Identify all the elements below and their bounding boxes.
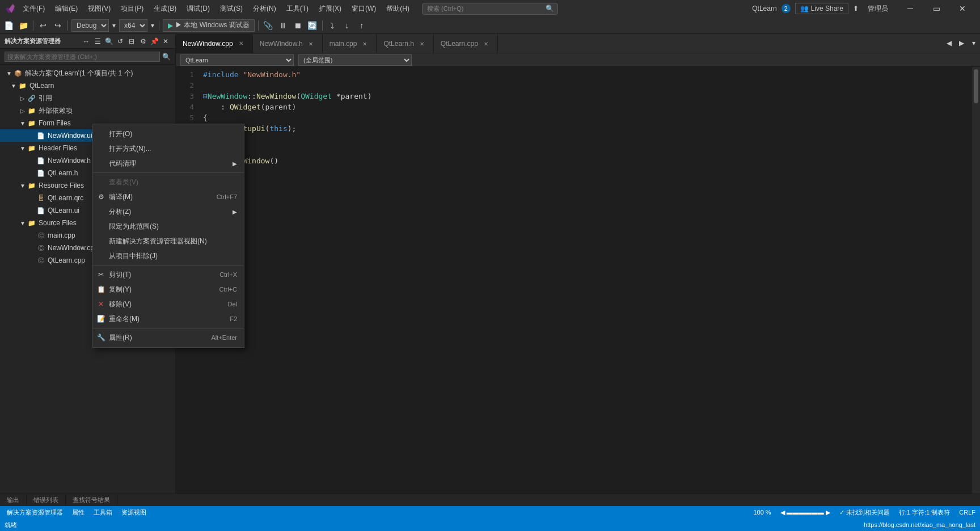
external-icon: 📁 xyxy=(27,107,36,115)
bottom-tab-output[interactable]: 输出 xyxy=(0,494,27,507)
sidebar-search-bar: 🔍 xyxy=(0,49,175,65)
tab-close-newwindowcpp[interactable]: ✕ xyxy=(236,39,246,48)
menu-project[interactable]: 项目(P) xyxy=(116,3,148,15)
cm-compile[interactable]: ⚙ 编译(M) Ctrl+F7 xyxy=(93,189,244,204)
class-dropdown[interactable]: QtLearn xyxy=(180,54,294,66)
menu-window[interactable]: 窗口(W) xyxy=(347,3,381,15)
tab-close-newwindowh[interactable]: ✕ xyxy=(306,39,315,48)
step-into-btn[interactable]: ↓ xyxy=(341,19,353,32)
cm-properties[interactable]: 🔧 属性(R) Alt+Enter xyxy=(93,330,244,345)
status-solution-explorer[interactable]: 解决方案资源管理器 xyxy=(5,508,65,517)
tab-scroll-right[interactable]: ▶ xyxy=(955,34,968,53)
cm-exclude[interactable]: 从项目中排除(J) xyxy=(93,248,244,263)
tab-close-maincpp[interactable]: ✕ xyxy=(360,39,369,48)
cm-copy[interactable]: 📋 复制(Y) Ctrl+C xyxy=(93,282,244,297)
stop-btn[interactable]: ⏹ xyxy=(292,19,304,32)
minimize-button[interactable]: ─ xyxy=(897,0,923,17)
tab-close-qtlearncpp[interactable]: ✕ xyxy=(481,39,491,48)
menu-tools[interactable]: 工具(T) xyxy=(282,3,313,15)
bottom-tab-findsymbol[interactable]: 查找符号结果 xyxy=(66,494,117,507)
sidebar-collapse-icon[interactable]: ⊟ xyxy=(126,36,137,47)
sidebar-item-project[interactable]: ▼ 📁 QtLearn xyxy=(0,79,175,92)
code-editor[interactable]: #include "NewWindow.h" ⊟NewWindow::NewWi… xyxy=(198,67,972,505)
solution-label: 解决方案'QtLearn'(1 个项目/共 1 个) xyxy=(25,69,133,78)
redo-btn[interactable]: ↪ xyxy=(52,19,64,32)
cm-delete-label: 移除(V) xyxy=(109,300,132,309)
toolbar: 📄 📁 ↩ ↪ Debug ▾ x64 ▾ ▶ ▶ 本地 Windows 调试器… xyxy=(0,17,980,34)
step-out-btn[interactable]: ↑ xyxy=(356,19,368,32)
sidebar-properties-icon[interactable]: ☰ xyxy=(92,36,103,47)
editor-scrollbar-thumb[interactable] xyxy=(974,69,978,103)
sidebar-sync-icon[interactable]: ↔ xyxy=(81,36,91,47)
editor-scrollbar[interactable] xyxy=(972,67,980,505)
close-button[interactable]: ✕ xyxy=(949,0,975,17)
run-button[interactable]: ▶ ▶ 本地 Windows 调试器 xyxy=(163,19,255,32)
status-resources[interactable]: 资源视图 xyxy=(119,508,149,517)
code-line-7: } xyxy=(203,134,968,145)
debug-config-select[interactable]: Debug xyxy=(71,19,109,32)
menu-debug[interactable]: 调试(D) xyxy=(182,3,214,15)
bottom-tab-errors[interactable]: 错误列表 xyxy=(27,494,66,507)
attach-btn[interactable]: 📎 xyxy=(262,19,274,32)
tab-scroll-left[interactable]: ◀ xyxy=(943,34,955,53)
menu-view[interactable]: 视图(V) xyxy=(83,3,115,15)
status-right: 100 % ◀ ▬▬▬▬▬▬ ▶ ✓ 未找到相关问题 行:1 字符:1 制表符 … xyxy=(753,508,975,517)
pause-btn[interactable]: ⏸ xyxy=(277,19,289,32)
cm-new-view[interactable]: 新建解决方案资源管理器视图(N) xyxy=(93,234,244,248)
notification-badge[interactable]: 2 xyxy=(782,4,791,13)
restart-btn[interactable]: 🔄 xyxy=(306,19,319,32)
sidebar-filter-icon[interactable]: 🔍 xyxy=(104,36,114,47)
tree-arrow-headerfiles: ▼ xyxy=(18,145,27,151)
resourcefiles-icon: 📁 xyxy=(27,182,36,189)
sidebar-search-input[interactable] xyxy=(5,52,160,62)
status-properties[interactable]: 属性 xyxy=(70,508,87,517)
cm-open-with[interactable]: 打开方式(N)... xyxy=(93,141,244,156)
undo-btn[interactable]: ↩ xyxy=(37,19,49,32)
sidebar-item-external[interactable]: ▷ 📁 外部依赖项 xyxy=(0,104,175,117)
menu-test[interactable]: 测试(S) xyxy=(216,3,247,15)
admin-button[interactable]: 管理员 xyxy=(863,3,893,15)
cm-set-scope[interactable]: 限定为此范围(S) xyxy=(93,219,244,234)
platform-select[interactable]: x64 xyxy=(119,19,147,32)
tab-qtlearncpp[interactable]: QtLearn.cpp ✕ xyxy=(434,34,498,53)
maximize-button[interactable]: ▭ xyxy=(923,0,949,17)
tree-arrow-resourcefiles: ▼ xyxy=(18,183,27,189)
cm-open[interactable]: 打开(O) xyxy=(93,127,244,141)
cm-cut[interactable]: ✂ 剪切(T) Ctrl+X xyxy=(93,267,244,282)
tab-newwindowh[interactable]: NewWindow.h ✕ xyxy=(253,34,323,53)
tab-maincpp[interactable]: main.cpp ✕ xyxy=(323,34,377,53)
tab-close-qtlearnh[interactable]: ✕ xyxy=(417,39,426,48)
cm-properties-icon: 🔧 xyxy=(96,334,105,342)
scope-dropdown[interactable]: (全局范围) xyxy=(298,54,412,66)
open-file-btn[interactable]: 📁 xyxy=(17,19,29,32)
editor-content[interactable]: 1 2 3 4 5 6 7 • #include "NewWindow.h" ⊟… xyxy=(176,67,980,505)
menu-help[interactable]: 帮助(H) xyxy=(382,3,414,15)
sidebar-search-icon[interactable]: 🔍 xyxy=(162,53,171,61)
tab-label-newwindowh: NewWindow.h xyxy=(260,40,303,48)
cm-copy-shortcut: Ctrl+C xyxy=(219,286,237,293)
title-search-box[interactable]: 搜索 (Ctrl+Q) 🔍 xyxy=(422,3,558,15)
menu-file[interactable]: 文件(F) xyxy=(18,3,49,15)
sidebar-refresh-icon[interactable]: ↺ xyxy=(115,36,125,47)
share-icon[interactable]: ⬆ xyxy=(853,5,859,12)
sidebar-settings-icon[interactable]: ⚙ xyxy=(138,36,148,47)
tab-qtlearnh[interactable]: QtLearn.h ✕ xyxy=(377,34,433,53)
menu-edit[interactable]: 编辑(E) xyxy=(50,3,82,15)
menu-analyze[interactable]: 分析(N) xyxy=(248,3,281,15)
status-toolbox[interactable]: 工具箱 xyxy=(91,508,115,517)
cm-code-cleanup[interactable]: 代码清理 ▶ xyxy=(93,156,244,171)
tab-newwindowcpp[interactable]: NewWindow.cpp ✕ xyxy=(176,34,253,53)
sidebar-item-solution[interactable]: ▼ 📦 解决方案'QtLearn'(1 个项目/共 1 个) xyxy=(0,67,175,79)
sidebar-close-icon[interactable]: ✕ xyxy=(160,36,171,47)
cm-analyze[interactable]: 分析(Z) ▶ xyxy=(93,204,244,219)
cm-rename[interactable]: 📝 重命名(M) F2 xyxy=(93,311,244,326)
menu-build[interactable]: 生成(B) xyxy=(149,3,181,15)
menu-extensions[interactable]: 扩展(X) xyxy=(314,3,346,15)
sidebar-pin-icon[interactable]: 📌 xyxy=(149,36,159,47)
live-share-button[interactable]: 👥 Live Share xyxy=(795,3,848,14)
cm-delete[interactable]: ✕ 移除(V) Del xyxy=(93,297,244,311)
step-over-btn[interactable]: ⤵ xyxy=(326,19,339,32)
tab-overflow[interactable]: ▾ xyxy=(968,34,980,53)
sidebar-item-references[interactable]: ▷ 🔗 引用 xyxy=(0,92,175,104)
new-project-btn[interactable]: 📄 xyxy=(2,19,15,32)
